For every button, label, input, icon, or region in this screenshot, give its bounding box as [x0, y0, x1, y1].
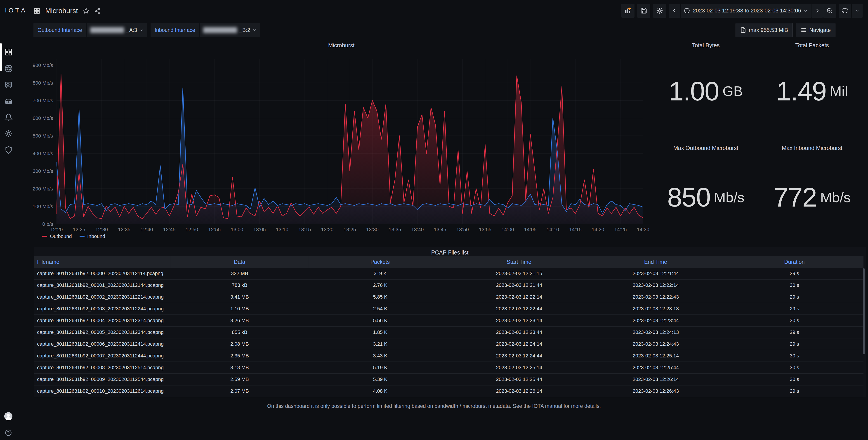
table-row[interactable]: capture_801f12631b92_00001_2023020311214… — [34, 280, 864, 291]
x-tick-label: 12:35 — [113, 227, 135, 233]
column-header-data[interactable]: Data — [171, 256, 308, 268]
legend-label-outbound: Outbound — [50, 233, 72, 239]
table-cell: 3.26 MB — [171, 315, 308, 326]
stat-unit: Mil — [830, 83, 848, 99]
table-cell: 2.08 MB — [171, 339, 308, 350]
chevron-down-icon — [139, 28, 143, 32]
table-cell: 2023-02-03 12:24:13 — [586, 327, 725, 338]
table-cell: 1.10 MB — [171, 303, 308, 315]
table-cell: 29 s — [725, 268, 864, 279]
table-row[interactable]: capture_801f12631b92_00000_2023020311211… — [34, 268, 864, 280]
time-range-picker: 2023-02-03 12:19:38 to 2023-02-03 14:30:… — [669, 4, 836, 18]
x-tick-label: 13:40 — [406, 227, 429, 233]
iota-logo: IOTΛ — [5, 7, 27, 14]
table-row[interactable]: capture_801f12631b92_00007_2023020311244… — [34, 350, 864, 362]
y-tick-label: 300 Mb/s — [8, 168, 53, 174]
table-row[interactable]: capture_801f12631b92_00010_2023020311261… — [34, 385, 864, 397]
stat-value: 1.49 — [776, 76, 827, 107]
stat-panel-max-outbound: Max Outbound Microburst 850Mb/s — [653, 134, 758, 243]
sidebar-item-dashboards[interactable] — [0, 44, 17, 60]
y-tick-label: 200 Mb/s — [8, 186, 53, 192]
table-row[interactable]: capture_801f12631b92_00005_2023020311234… — [34, 327, 864, 339]
help-button[interactable] — [5, 429, 12, 436]
chart-canvas — [57, 59, 643, 224]
x-tick-label: 13:20 — [316, 227, 339, 233]
chevron-down-icon — [855, 8, 860, 13]
star-icon[interactable] — [83, 8, 89, 14]
x-tick-label: 13:50 — [452, 227, 474, 233]
table-cell: capture_801f12631b92_00008_2023020311251… — [34, 362, 171, 373]
table-row[interactable]: capture_801f12631b92_00002_2023020311221… — [34, 291, 864, 303]
refresh-icon — [842, 7, 848, 14]
column-header-packets[interactable]: Packets — [308, 256, 452, 268]
time-series-plot[interactable] — [57, 59, 643, 224]
column-header-duration[interactable]: Duration — [725, 256, 864, 268]
help-icon — [5, 429, 12, 436]
table-cell: 5.19 K — [308, 362, 452, 373]
stat-panel-max-inbound: Max Inbound Microburst 772Mb/s — [758, 134, 866, 243]
refresh-group — [839, 4, 863, 18]
table-body: capture_801f12631b92_00000_2023020311211… — [34, 268, 864, 397]
outbound-interface-select[interactable]: _A:3 — [87, 23, 147, 37]
y-tick-label: 800 Mb/s — [8, 80, 53, 86]
scrollbar-thumb[interactable] — [863, 268, 865, 354]
table-cell: 319 K — [308, 268, 452, 279]
dashboard-settings-button[interactable] — [653, 4, 666, 18]
time-shift-back-button[interactable] — [669, 4, 680, 18]
table-cell: capture_801f12631b92_00000_2023020311211… — [34, 268, 171, 279]
share-icon[interactable] — [94, 8, 101, 14]
table-cell: 2023-02-03 12:25:44 — [586, 362, 725, 373]
stat-panel-total-packets: Total Packets 1.49Mil — [758, 38, 866, 134]
time-shift-forward-button[interactable] — [811, 4, 823, 18]
column-header-end-time[interactable]: End Time — [586, 256, 725, 268]
table-row[interactable]: capture_801f12631b92_00004_2023020311231… — [34, 315, 864, 327]
x-tick-label: 14:30 — [632, 227, 654, 233]
x-tick-label: 12:45 — [158, 227, 181, 233]
page-title: Microburst — [45, 7, 78, 15]
table-cell: 2.59 MB — [171, 374, 308, 385]
top-nav: IOTΛ Microburst 2023-02-03 12:1 — [0, 0, 868, 22]
table-cell: 2023-02-03 12:24:44 — [452, 350, 586, 361]
legend-item-inbound[interactable]: Inbound — [80, 233, 105, 239]
grid-icon — [4, 48, 13, 56]
table-cell: 2.76 K — [308, 280, 452, 291]
inbound-interface-select[interactable]: _B:2 — [199, 23, 260, 37]
table-cell: 1.85 K — [308, 327, 452, 338]
footer-note: On this dashboard it is only possible to… — [0, 403, 868, 409]
zoom-out-button[interactable] — [823, 4, 836, 18]
navigate-button[interactable]: Navigate — [796, 23, 835, 37]
table-scrollbar[interactable] — [863, 268, 865, 396]
x-tick-label: 13:45 — [429, 227, 452, 233]
stat-title: Max Inbound Microburst — [758, 145, 866, 151]
chart-panel-title: Microburst — [34, 42, 649, 49]
table-cell: 2023-02-03 12:24:14 — [452, 339, 586, 350]
table-cell: 2023-02-03 12:26:14 — [586, 374, 725, 385]
time-range-button[interactable]: 2023-02-03 12:19:38 to 2023-02-03 14:30:… — [681, 4, 811, 18]
table-cell: 2023-02-03 12:22:14 — [586, 280, 725, 291]
save-dashboard-button[interactable] — [637, 4, 650, 18]
column-header-start-time[interactable]: Start Time — [452, 256, 586, 268]
table-row[interactable]: capture_801f12631b92_00008_2023020311251… — [34, 362, 864, 374]
user-avatar[interactable] — [4, 412, 12, 420]
table-row[interactable]: capture_801f12631b92_00006_2023020311241… — [34, 339, 864, 350]
x-tick-label: 13:30 — [361, 227, 383, 233]
refresh-button[interactable] — [839, 4, 851, 18]
table-row[interactable]: capture_801f12631b92_00003_2023020311224… — [34, 303, 864, 315]
add-panel-button[interactable] — [621, 4, 634, 18]
max-size-button[interactable]: max 955.53 MiB — [736, 23, 793, 37]
y-tick-label: 900 Mb/s — [8, 62, 53, 68]
inbound-interface-label: Inbound Interface — [151, 23, 199, 37]
table-row[interactable]: capture_801f12631b92_00009_2023020311254… — [34, 374, 864, 385]
y-tick-label: 600 Mb/s — [8, 115, 53, 121]
stat-unit: Mb/s — [820, 189, 850, 205]
table-cell: 322 MB — [171, 268, 308, 279]
table-header: Filename Data Packets Start Time End Tim… — [34, 256, 864, 268]
x-tick-label: 14:10 — [541, 227, 564, 233]
stat-value: 1.00 — [669, 76, 719, 107]
x-tick-label: 14:15 — [564, 227, 587, 233]
legend-item-outbound[interactable]: Outbound — [42, 233, 72, 239]
inbound-swatch — [80, 236, 85, 237]
column-header-filename[interactable]: Filename — [34, 256, 171, 268]
table-cell: 2023-02-03 12:25:14 — [586, 350, 725, 361]
refresh-interval-dropdown[interactable] — [852, 4, 863, 18]
